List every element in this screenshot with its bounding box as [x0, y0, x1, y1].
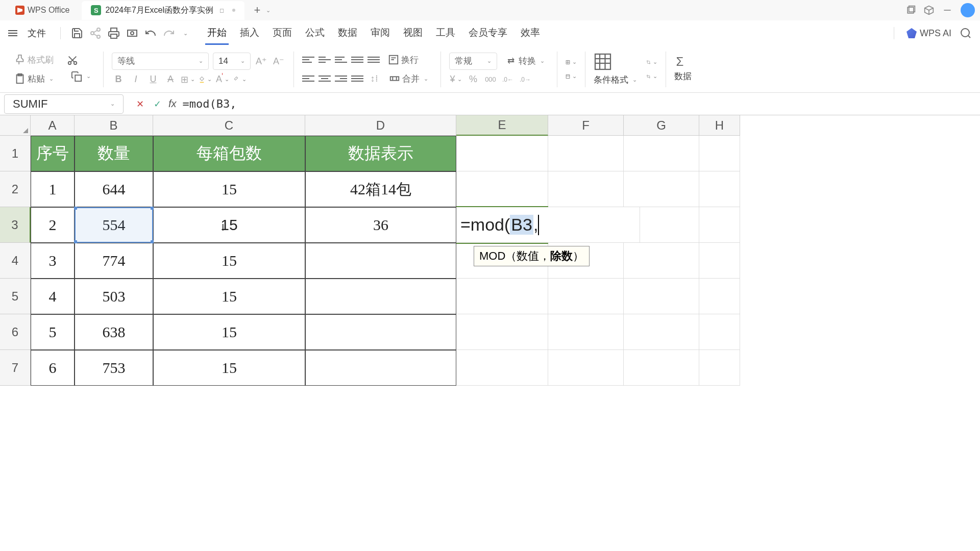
tab-start[interactable]: 开始	[205, 22, 229, 45]
tab-member[interactable]: 会员专享	[467, 22, 509, 45]
cell-F6[interactable]	[548, 314, 624, 350]
cell-F5[interactable]	[548, 279, 624, 314]
font-size-select[interactable]: 14⌄	[213, 53, 251, 70]
cell-H5[interactable]	[699, 279, 740, 314]
insert-table-icon[interactable]	[594, 53, 612, 71]
cell-C2[interactable]: 15	[153, 171, 305, 207]
outdent-icon[interactable]	[351, 55, 363, 65]
cube-icon[interactable]	[924, 5, 934, 15]
currency-icon[interactable]: ¥⌄	[449, 73, 462, 86]
cell-F2[interactable]	[548, 171, 624, 207]
col-header-H[interactable]: H	[699, 115, 740, 136]
row-header-4[interactable]: 4	[0, 243, 31, 279]
tab-review[interactable]: 审阅	[369, 22, 392, 45]
cell-G2[interactable]	[624, 171, 699, 207]
print-preview-icon[interactable]	[126, 27, 138, 39]
tab-tools[interactable]: 工具	[434, 22, 457, 45]
hamburger-icon[interactable]	[8, 30, 17, 36]
percent-icon[interactable]: %	[467, 73, 480, 86]
row-header-2[interactable]: 2	[0, 171, 31, 207]
table-style-icon[interactable]: ⌄	[566, 71, 577, 82]
undo-icon[interactable]	[144, 27, 157, 39]
fill-color-icon[interactable]: ⌄	[199, 73, 212, 86]
cell-C4[interactable]: 15	[153, 243, 305, 279]
col-header-D[interactable]: D	[305, 115, 456, 136]
row-header-1[interactable]: 1	[0, 136, 31, 171]
search-icon[interactable]	[960, 27, 972, 39]
select-all-corner[interactable]	[0, 115, 31, 136]
cell-A7[interactable]: 6	[31, 350, 75, 386]
cell-G6[interactable]	[624, 314, 699, 350]
crop-icon-2[interactable]: ⌄	[646, 71, 657, 82]
cell-E7[interactable]	[456, 350, 548, 386]
cell-D1[interactable]: 数据表示	[305, 136, 456, 171]
tab-efficiency[interactable]: 效率	[519, 22, 542, 45]
align-middle-icon[interactable]	[318, 55, 331, 65]
col-header-C[interactable]: C	[153, 115, 305, 136]
sigma-icon[interactable]: Σ	[674, 56, 685, 67]
cell-D7[interactable]	[305, 350, 456, 386]
wps-ai-button[interactable]: WPS AI	[906, 28, 951, 39]
window-restore-icon[interactable]	[905, 5, 916, 15]
align-left-icon[interactable]	[302, 73, 314, 84]
cell-D3[interactable]: 36	[305, 207, 456, 243]
copy-button[interactable]: ⌄	[67, 69, 95, 84]
row-header-3[interactable]: 3	[0, 207, 31, 243]
row-header-5[interactable]: 5	[0, 279, 31, 314]
convert-button[interactable]: ⇄转换⌄	[501, 53, 549, 69]
cell-G7[interactable]	[624, 350, 699, 386]
document-tab[interactable]: S 2024年7月Excel函数分享实例 ◻	[82, 1, 244, 20]
align-bottom-icon[interactable]	[335, 55, 347, 65]
cell-F7[interactable]	[548, 350, 624, 386]
cell-H4[interactable]	[699, 243, 740, 279]
cell-E3-editing[interactable]: =mod(B3,	[456, 207, 640, 243]
cell-E2[interactable]	[456, 171, 548, 207]
cell-E5[interactable]	[456, 279, 548, 314]
conditional-format-button[interactable]: 条件格式⌄	[594, 74, 637, 86]
tab-window-icon[interactable]: ◻	[219, 7, 224, 14]
tab-page[interactable]: 页面	[271, 22, 294, 45]
cell-H7[interactable]	[699, 350, 740, 386]
align-center-icon[interactable]	[318, 73, 331, 84]
highlight-icon[interactable]: ⌄	[233, 73, 247, 86]
cell-D4[interactable]	[305, 243, 456, 279]
crop-icon[interactable]: ⌄	[646, 57, 657, 68]
cell-G4[interactable]	[624, 243, 699, 279]
formula-cancel-icon[interactable]: ✕	[134, 98, 146, 110]
row-header-6[interactable]: 6	[0, 314, 31, 350]
formula-input[interactable]: =mod(B3,	[177, 97, 980, 110]
tab-data[interactable]: 数据	[336, 22, 359, 45]
thousands-icon[interactable]: 000	[484, 73, 497, 86]
cell-D2[interactable]: 42箱14包	[305, 171, 456, 207]
cell-C7[interactable]: 15	[153, 350, 305, 386]
cell-A6[interactable]: 5	[31, 314, 75, 350]
cell-B2[interactable]: 644	[75, 171, 153, 207]
share-icon[interactable]	[89, 27, 102, 39]
increase-font-icon[interactable]: A⁺	[255, 55, 268, 68]
cell-C1[interactable]: 每箱包数	[153, 136, 305, 171]
cell-B4[interactable]: 774	[75, 243, 153, 279]
cell-C5[interactable]: 15	[153, 279, 305, 314]
cell-B6[interactable]: 638	[75, 314, 153, 350]
col-header-G[interactable]: G	[624, 115, 699, 136]
border-icon[interactable]: ⊞⌄	[181, 73, 194, 86]
orientation-icon[interactable]: ↕⁞	[368, 72, 381, 85]
cell-B7[interactable]: 753	[75, 350, 153, 386]
new-tab-button[interactable]: +	[251, 4, 264, 17]
print-icon[interactable]	[108, 27, 120, 39]
user-avatar[interactable]	[961, 3, 975, 17]
redo-icon[interactable]	[163, 27, 175, 39]
cut-icon[interactable]	[67, 55, 78, 66]
minimize-icon[interactable]	[942, 5, 952, 15]
col-header-E[interactable]: E	[456, 115, 548, 136]
cell-A4[interactable]: 3	[31, 243, 75, 279]
cell-G5[interactable]	[624, 279, 699, 314]
format-brush-button[interactable]: 格式刷	[10, 52, 58, 68]
app-tab-wps[interactable]: WPS Office	[5, 2, 80, 19]
cell-A5[interactable]: 4	[31, 279, 75, 314]
row-header-7[interactable]: 7	[0, 350, 31, 386]
fx-icon[interactable]: fx	[168, 98, 177, 110]
indent-icon[interactable]	[368, 55, 380, 65]
cell-A2[interactable]: 1	[31, 171, 75, 207]
increase-decimal-icon[interactable]: .0←	[501, 73, 514, 86]
